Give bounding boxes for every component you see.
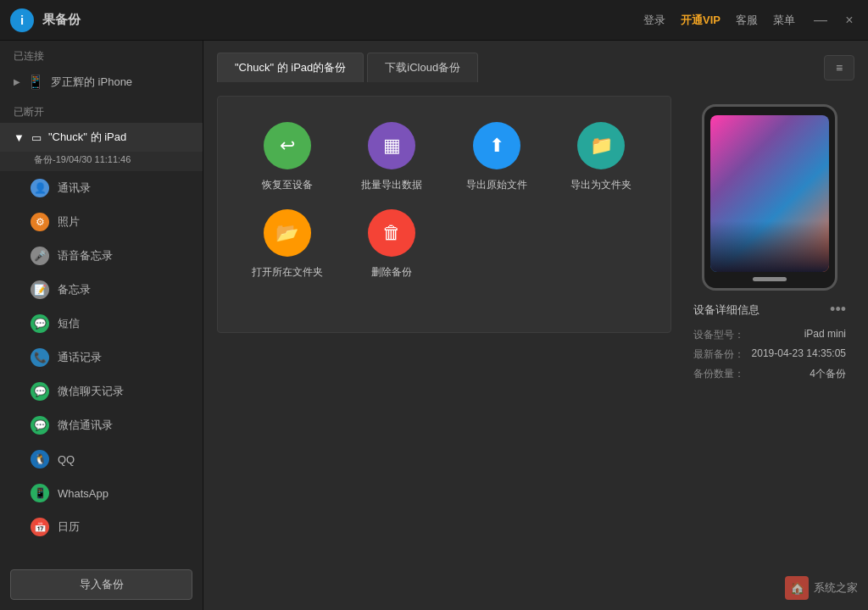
device-model-row: 设备型号： iPad mini xyxy=(693,325,846,345)
whatsapp-label: WhatsApp xyxy=(58,487,108,500)
app-title: 果备份 xyxy=(42,12,643,28)
wechat-chat-icon: 💬 xyxy=(31,382,49,401)
calls-icon: 📞 xyxy=(31,348,49,367)
qq-icon: 🐧 xyxy=(31,450,49,469)
sidebar-item-wechat-chat[interactable]: 💬微信聊天记录 xyxy=(0,374,203,408)
disconnected-device-header[interactable]: ▼ ▭ "Chuck" 的 iPad xyxy=(0,123,203,152)
batch-export-icon: ▦ xyxy=(368,122,415,169)
main-layout: 已连接 ▶ 📱 罗正辉的 iPhone 已断开 ▼ ▭ "Chuck" 的 iP… xyxy=(0,41,868,610)
messages-icon: 💬 xyxy=(31,314,49,333)
phone-icon: 📱 xyxy=(27,74,44,90)
restore-label: 恢复至设备 xyxy=(262,178,313,192)
sidebar-item-whatsapp[interactable]: 📱WhatsApp xyxy=(0,476,203,510)
qq-label: QQ xyxy=(58,453,75,466)
list-view-btn[interactable]: ≡ xyxy=(824,55,854,80)
connected-device-name: 罗正辉的 iPhone xyxy=(51,75,132,90)
sidebar-items-list: 👤通讯录⚙照片🎤语音备忘录📝备忘录💬短信📞通话记录💬微信聊天记录💬微信通讯录🐧Q… xyxy=(0,171,203,561)
device-panel: 设备详细信息 ••• 设备型号： iPad mini 最新备份： 2019-04… xyxy=(685,96,854,596)
action-btn-export-folder[interactable]: 📁导出为文件夹 xyxy=(549,122,654,192)
home-indicator xyxy=(753,277,787,281)
login-btn[interactable]: 登录 xyxy=(643,13,665,28)
model-label: 设备型号： xyxy=(693,328,744,342)
device-info-more-btn[interactable]: ••• xyxy=(830,301,846,319)
arrow-icon: ▶ xyxy=(14,77,20,86)
calendar-label: 日历 xyxy=(58,519,80,535)
content-area: "Chuck" 的 iPad的备份下载iCloud备份 ≡ ↩恢复至设备▦批量导… xyxy=(203,41,868,610)
sidebar-item-messages[interactable]: 💬短信 xyxy=(0,307,203,341)
disconnected-label: 已断开 xyxy=(0,97,203,123)
arrow-down-icon: ▼ xyxy=(14,131,25,144)
menu-btn[interactable]: 菜单 xyxy=(773,13,795,28)
window-controls: — × xyxy=(812,13,858,28)
whatsapp-icon: 📱 xyxy=(31,484,49,502)
tab-icloud-backup[interactable]: 下载iCloud备份 xyxy=(367,53,478,82)
backup-date-row: 最新备份： 2019-04-23 14:35:05 xyxy=(693,345,846,364)
export-original-label: 导出原始文件 xyxy=(466,178,527,192)
minimize-btn[interactable]: — xyxy=(812,13,829,28)
notes-icon: 📝 xyxy=(31,280,49,299)
export-original-icon: ⬆ xyxy=(473,122,520,169)
sidebar-item-calls[interactable]: 📞通话记录 xyxy=(0,341,203,374)
delete-backup-icon: 🗑 xyxy=(368,209,415,257)
sidebar-item-wechat-contacts[interactable]: 💬微信通讯录 xyxy=(0,408,203,442)
messages-label: 短信 xyxy=(58,316,80,331)
watermark-text: 系统之家 xyxy=(814,580,858,596)
disconnected-device-group: ▼ ▭ "Chuck" 的 iPad 备份-19/04/30 11:11:46 xyxy=(0,123,203,171)
backup-info: 备份-19/04/30 11:11:46 xyxy=(0,152,203,171)
open-folder-icon: 📂 xyxy=(264,209,311,257)
tablet-icon: ▭ xyxy=(31,131,42,144)
action-btn-restore[interactable]: ↩恢复至设备 xyxy=(235,122,340,192)
model-value: iPad mini xyxy=(804,328,846,342)
action-btn-delete-backup[interactable]: 🗑删除备份 xyxy=(340,209,445,280)
tab-bar: "Chuck" 的 iPad的备份下载iCloud备份 ≡ xyxy=(203,41,868,82)
delete-backup-label: 删除备份 xyxy=(371,265,412,280)
sidebar-item-qq[interactable]: 🐧QQ xyxy=(0,442,203,476)
contacts-label: 通讯录 xyxy=(58,180,91,196)
sidebar-item-contacts[interactable]: 👤通讯录 xyxy=(0,171,203,205)
tab-device-backup[interactable]: "Chuck" 的 iPad的备份 xyxy=(217,53,364,82)
action-btn-export-original[interactable]: ⬆导出原始文件 xyxy=(444,122,549,192)
sidebar-item-photos[interactable]: ⚙照片 xyxy=(0,205,203,239)
device-info-header: 设备详细信息 ••• xyxy=(693,301,846,319)
sidebar-item-voice-memos[interactable]: 🎤语音备忘录 xyxy=(0,239,203,273)
batch-export-label: 批量导出数据 xyxy=(361,178,422,192)
calendar-icon: 📅 xyxy=(31,518,49,536)
wechat-contacts-icon: 💬 xyxy=(31,416,49,435)
sidebar-item-calendar[interactable]: 📅日历 xyxy=(0,510,203,544)
photos-icon: ⚙ xyxy=(31,213,49,231)
device-info-section: 设备详细信息 ••• 设备型号： iPad mini 最新备份： 2019-04… xyxy=(693,301,846,384)
sidebar-item-notes[interactable]: 📝备忘录 xyxy=(0,273,203,307)
open-folder-label: 打开所在文件夹 xyxy=(252,265,323,280)
watermark-icon: 🏠 xyxy=(785,576,809,600)
voice-memos-icon: 🎤 xyxy=(31,247,49,265)
wechat-contacts-label: 微信通讯录 xyxy=(58,418,113,433)
backup-date-value: 2019-04-23 14:35:05 xyxy=(752,347,846,362)
connected-device[interactable]: ▶ 📱 罗正辉的 iPhone xyxy=(0,67,203,97)
service-btn[interactable]: 客服 xyxy=(736,13,758,28)
contacts-icon: 👤 xyxy=(31,179,49,197)
wechat-chat-label: 微信聊天记录 xyxy=(58,384,124,399)
action-btn-open-folder[interactable]: 📂打开所在文件夹 xyxy=(235,209,340,280)
disconnected-device-name: "Chuck" 的 iPad xyxy=(48,130,126,145)
list-icon: ≡ xyxy=(836,61,843,75)
device-screen xyxy=(710,115,829,272)
vip-btn[interactable]: 开通VIP xyxy=(681,13,721,28)
restore-icon: ↩ xyxy=(264,122,311,169)
app-icon: i xyxy=(10,8,34,32)
action-grid: ↩恢复至设备▦批量导出数据⬆导出原始文件📁导出为文件夹📂打开所在文件夹🗑删除备份 xyxy=(217,96,671,333)
backup-count-label: 备份数量： xyxy=(693,367,744,381)
device-info-title: 设备详细信息 xyxy=(693,302,760,318)
backup-count-value: 4个备份 xyxy=(810,367,846,381)
export-folder-label: 导出为文件夹 xyxy=(570,178,632,192)
sidebar: 已连接 ▶ 📱 罗正辉的 iPhone 已断开 ▼ ▭ "Chuck" 的 iP… xyxy=(0,41,203,610)
backup-count-row: 备份数量： 4个备份 xyxy=(693,364,846,384)
nav-buttons: 登录 开通VIP 客服 菜单 xyxy=(643,13,795,28)
import-backup-btn[interactable]: 导入备份 xyxy=(10,569,192,600)
voice-memos-label: 语音备忘录 xyxy=(58,248,113,263)
export-folder-icon: 📁 xyxy=(577,122,625,169)
action-area: ↩恢复至设备▦批量导出数据⬆导出原始文件📁导出为文件夹📂打开所在文件夹🗑删除备份… xyxy=(203,82,868,610)
action-btn-batch-export[interactable]: ▦批量导出数据 xyxy=(340,122,445,192)
device-image xyxy=(702,104,837,291)
watermark: 🏠 系统之家 xyxy=(785,576,858,600)
close-btn[interactable]: × xyxy=(841,13,858,28)
